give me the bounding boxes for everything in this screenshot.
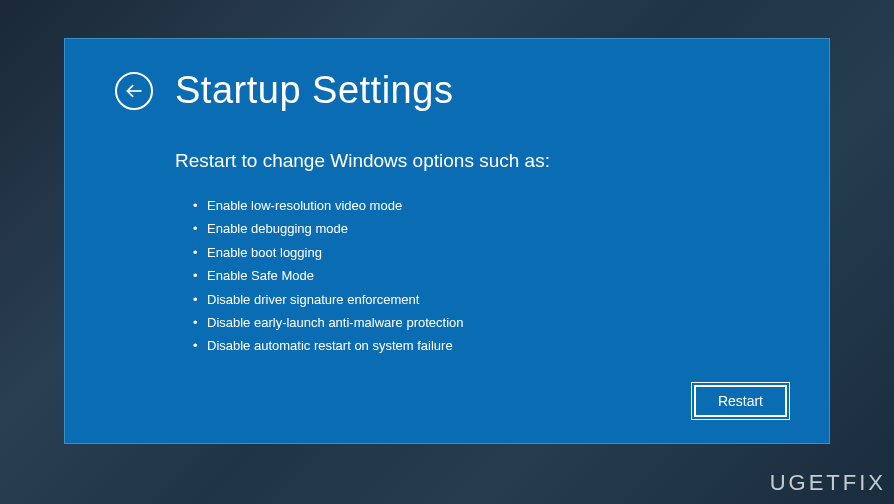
- option-item: Disable early-launch anti-malware protec…: [193, 311, 779, 334]
- option-item: Enable boot logging: [193, 241, 779, 264]
- header-row: Startup Settings: [115, 69, 779, 112]
- subtitle: Restart to change Windows options such a…: [175, 150, 779, 172]
- option-item: Enable debugging mode: [193, 217, 779, 240]
- option-item: Disable driver signature enforcement: [193, 288, 779, 311]
- option-item: Disable automatic restart on system fail…: [193, 334, 779, 357]
- arrow-left-icon: [124, 81, 144, 101]
- startup-settings-panel: Startup Settings Restart to change Windo…: [64, 38, 830, 444]
- page-title: Startup Settings: [175, 69, 453, 112]
- content-area: Restart to change Windows options such a…: [115, 150, 779, 358]
- options-list: Enable low-resolution video mode Enable …: [175, 194, 779, 358]
- back-button[interactable]: [115, 72, 153, 110]
- restart-button[interactable]: Restart: [694, 385, 787, 417]
- option-item: Enable low-resolution video mode: [193, 194, 779, 217]
- watermark: UGETFIX: [770, 470, 886, 496]
- option-item: Enable Safe Mode: [193, 264, 779, 287]
